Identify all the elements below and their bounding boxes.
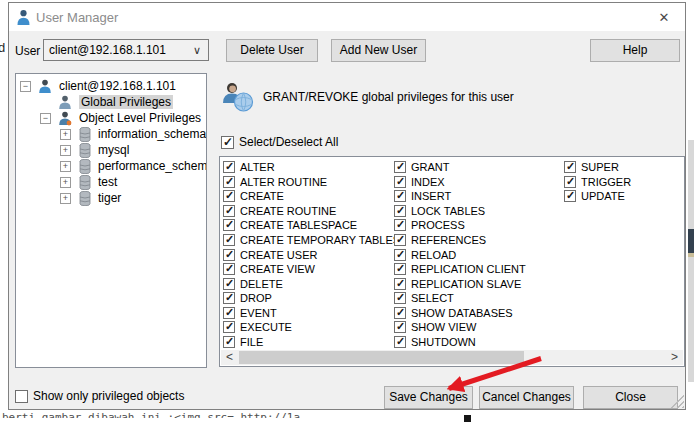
privilege-checkbox[interactable] <box>223 278 235 290</box>
tree-expand-toggle[interactable]: + <box>60 145 71 156</box>
title-bar[interactable]: User Manager ✕ <box>9 3 685 31</box>
privilege-row[interactable]: CREATE TEMPORARY TABLES <box>223 233 400 248</box>
privilege-row[interactable]: LOCK TABLES <box>394 204 526 219</box>
select-all-row[interactable]: Select/Deselect All <box>221 135 338 149</box>
tree-expand-toggle[interactable]: + <box>60 177 71 188</box>
privilege-row[interactable]: DELETE <box>223 276 400 291</box>
privilege-label: LOCK TABLES <box>411 205 485 217</box>
user-globe-icon <box>221 81 254 112</box>
privilege-checkbox[interactable] <box>564 176 576 188</box>
tree-database-rows: + information_schema + mysql + performan… <box>16 126 206 206</box>
privilege-checkbox[interactable] <box>564 161 576 173</box>
privilege-checkbox[interactable] <box>564 190 576 202</box>
privilege-row[interactable]: CREATE VIEW <box>223 262 400 277</box>
privilege-row[interactable]: INSERT <box>394 189 526 204</box>
privilege-checkbox[interactable] <box>223 321 235 333</box>
privilege-checkbox[interactable] <box>223 234 235 246</box>
privilege-checkbox[interactable] <box>394 321 406 333</box>
add-new-user-button[interactable]: Add New User <box>331 39 426 62</box>
tree-collapse-toggle[interactable]: − <box>20 81 31 92</box>
tree-item-database[interactable]: + test <box>16 174 206 190</box>
privilege-checkbox[interactable] <box>223 190 235 202</box>
user-select-dropdown[interactable]: client@192.168.1.101 ∨ <box>43 39 209 61</box>
privilege-checkbox[interactable] <box>394 336 406 348</box>
privilege-row[interactable]: SELECT <box>394 291 526 306</box>
privilege-row[interactable]: SUPER <box>564 160 631 175</box>
privilege-checkbox[interactable] <box>394 249 406 261</box>
privilege-checkbox[interactable] <box>223 205 235 217</box>
privilege-checkbox[interactable] <box>394 161 406 173</box>
tree-item-global-privileges[interactable]: Global Privileges <box>16 94 206 110</box>
tree-item-object-level-privileges[interactable]: − Object Level Privileges <box>16 110 206 126</box>
user-field-label: User <box>15 44 40 58</box>
privilege-checkbox[interactable] <box>394 278 406 290</box>
privilege-row[interactable]: SHUTDOWN <box>394 335 526 350</box>
background-scrollbar-thumb[interactable] <box>688 229 694 253</box>
privilege-checkbox[interactable] <box>394 263 406 275</box>
privilege-row[interactable]: RELOAD <box>394 247 526 262</box>
privilege-checkbox[interactable] <box>223 336 235 348</box>
privilege-checkbox[interactable] <box>223 292 235 304</box>
privilege-row[interactable]: INDEX <box>394 175 526 190</box>
privilege-checkbox[interactable] <box>394 307 406 319</box>
privilege-row[interactable]: TRIGGER <box>564 175 631 190</box>
privilege-checkbox[interactable] <box>223 249 235 261</box>
tree-collapse-toggle[interactable]: − <box>40 113 51 124</box>
privilege-checkbox[interactable] <box>394 176 406 188</box>
delete-user-button[interactable]: Delete User <box>226 39 318 62</box>
privilege-checkbox[interactable] <box>394 219 406 231</box>
show-only-privileged-row[interactable]: Show only privileged objects <box>15 389 184 403</box>
close-button[interactable]: Close <box>583 386 678 409</box>
privilege-row[interactable]: CREATE TABLESPACE <box>223 218 400 233</box>
background-bottom-text: berti gambar dibawah ini :<img src= http… <box>2 410 322 418</box>
privilege-checkbox[interactable] <box>394 205 406 217</box>
privilege-row[interactable]: UPDATE <box>564 189 631 204</box>
privilege-checkbox[interactable] <box>223 176 235 188</box>
privilege-row[interactable]: PROCESS <box>394 218 526 233</box>
privilege-row[interactable]: SHOW VIEW <box>394 320 526 335</box>
tree-expand-toggle[interactable]: + <box>60 129 71 140</box>
privilege-checkbox[interactable] <box>223 161 235 173</box>
tree-object-level-privileges-label: Object Level Privileges <box>79 111 201 125</box>
privilege-row[interactable]: REPLICATION CLIENT <box>394 262 526 277</box>
tree-item-database[interactable]: + performance_schema <box>16 158 206 174</box>
horizontal-scrollbar[interactable]: < > <box>221 350 683 365</box>
privilege-checkbox[interactable] <box>394 190 406 202</box>
privilege-checkbox[interactable] <box>223 263 235 275</box>
privilege-row[interactable]: REFERENCES <box>394 233 526 248</box>
save-changes-button[interactable]: Save Changes <box>384 386 473 409</box>
privilege-row[interactable]: ALTER <box>223 160 400 175</box>
privilege-row[interactable]: EXECUTE <box>223 320 400 335</box>
privilege-row[interactable]: SHOW DATABASES <box>394 305 526 320</box>
tree-expand-toggle[interactable]: + <box>60 193 71 204</box>
privilege-row[interactable]: CREATE USER <box>223 247 400 262</box>
privilege-row[interactable]: GRANT <box>394 160 526 175</box>
privilege-row[interactable]: REPLICATION SLAVE <box>394 276 526 291</box>
privilege-row[interactable]: EVENT <box>223 305 400 320</box>
privilege-row[interactable]: FILE <box>223 335 400 350</box>
privilege-checkbox[interactable] <box>394 234 406 246</box>
scroll-left-icon[interactable]: < <box>221 350 238 365</box>
privilege-row[interactable]: ALTER ROUTINE <box>223 175 400 190</box>
tree-expand-toggle[interactable]: + <box>60 161 71 172</box>
background-scrollbar[interactable] <box>688 140 694 382</box>
scroll-right-icon[interactable]: > <box>666 350 683 365</box>
privilege-row[interactable]: CREATE <box>223 189 400 204</box>
scrollbar-thumb[interactable] <box>239 351 524 364</box>
close-icon[interactable]: ✕ <box>651 8 677 27</box>
privilege-checkbox[interactable] <box>394 292 406 304</box>
privilege-label: DELETE <box>240 278 283 290</box>
tree-item-database[interactable]: + information_schema <box>16 126 206 142</box>
tree-item-database[interactable]: + mysql <box>16 142 206 158</box>
privilege-checkbox[interactable] <box>223 307 235 319</box>
tree-item-root[interactable]: − client@192.168.1.101 <box>16 78 206 94</box>
privilege-row[interactable]: CREATE ROUTINE <box>223 204 400 219</box>
resize-grip[interactable] <box>671 395 684 408</box>
privilege-row[interactable]: DROP <box>223 291 400 306</box>
help-button[interactable]: Help <box>590 39 680 62</box>
tree-item-database[interactable]: + tiger <box>16 190 206 206</box>
privilege-checkbox[interactable] <box>223 219 235 231</box>
show-only-checkbox[interactable] <box>15 390 28 403</box>
cancel-changes-button[interactable]: Cancel Changes <box>479 386 574 409</box>
select-all-checkbox[interactable] <box>221 136 234 149</box>
